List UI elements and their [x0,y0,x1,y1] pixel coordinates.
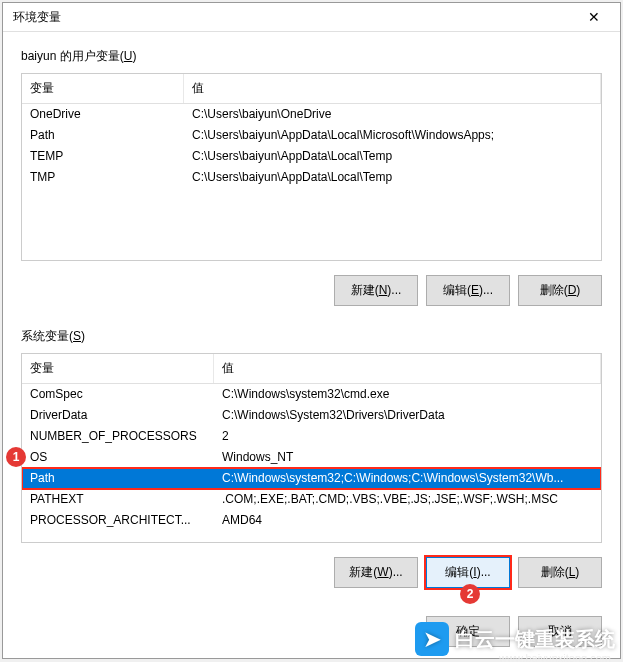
cell-variable: PROCESSOR_ARCHITECT... [22,510,214,531]
sys-delete-button[interactable]: 删除(L) [518,557,602,588]
col-variable[interactable]: 变量 [22,74,184,103]
cell-variable: TMP [22,167,184,188]
cell-value: C:\Windows\System32\Drivers\DriverData [214,405,601,426]
user-vars-list[interactable]: 变量 值 OneDriveC:\Users\baiyun\OneDrivePat… [21,73,602,261]
cell-variable: Path [22,125,184,146]
user-vars-label: baiyun 的用户变量(U) [21,48,602,65]
close-icon: ✕ [588,9,600,25]
cell-value: .COM;.EXE;.BAT;.CMD;.VBS;.VBE;.JS;.JSE;.… [214,489,601,510]
env-vars-dialog: 环境变量 ✕ baiyun 的用户变量(U) 变量 值 OneDriveC:\U… [2,2,621,659]
user-new-button[interactable]: 新建(N)... [334,275,418,306]
sys-vars-label: 系统变量(S) [21,328,602,345]
cell-value: C:\Windows\system32\cmd.exe [214,384,601,405]
ok-button[interactable]: 确定 [426,616,510,647]
annotation-2: 2 [460,584,480,604]
cell-variable: Path [22,468,214,489]
cell-value: C:\Users\baiyun\AppData\Local\Temp [184,146,601,167]
user-delete-button[interactable]: 删除(D) [518,275,602,306]
dialog-title: 环境变量 [13,9,61,26]
watermark-url: www.baiyunxitong.com [499,652,611,662]
cell-value: C:\Users\baiyun\OneDrive [184,104,601,125]
cell-value: AMD64 [214,510,601,531]
table-row[interactable]: PATHEXT.COM;.EXE;.BAT;.CMD;.VBS;.VBE;.JS… [22,489,601,510]
cell-variable: OS [22,447,214,468]
cell-variable: ComSpec [22,384,214,405]
table-row[interactable]: PathC:\Windows\system32;C:\Windows;C:\Wi… [22,468,601,489]
list-header: 变量 值 [22,74,601,104]
cancel-button[interactable]: 取消 [518,616,602,647]
cell-value: C:\Windows\system32;C:\Windows;C:\Window… [214,468,601,489]
table-row[interactable]: NUMBER_OF_PROCESSORS2 [22,426,601,447]
titlebar: 环境变量 ✕ [3,3,620,32]
list-header: 变量 值 [22,354,601,384]
cell-variable: DriverData [22,405,214,426]
cell-value: Windows_NT [214,447,601,468]
col-value[interactable]: 值 [214,354,601,383]
table-row[interactable]: TEMPC:\Users\baiyun\AppData\Local\Temp [22,146,601,167]
user-edit-button[interactable]: 编辑(E)... [426,275,510,306]
cell-variable: TEMP [22,146,184,167]
dialog-content: baiyun 的用户变量(U) 变量 值 OneDriveC:\Users\ba… [3,32,620,606]
cell-variable: PATHEXT [22,489,214,510]
table-row[interactable]: PROCESSOR_ARCHITECT...AMD64 [22,510,601,531]
sys-vars-list[interactable]: 变量 值 ComSpecC:\Windows\system32\cmd.exeD… [21,353,602,543]
col-value[interactable]: 值 [184,74,601,103]
cell-value: 2 [214,426,601,447]
table-row[interactable]: OneDriveC:\Users\baiyun\OneDrive [22,104,601,125]
cell-variable: NUMBER_OF_PROCESSORS [22,426,214,447]
table-row[interactable]: TMPC:\Users\baiyun\AppData\Local\Temp [22,167,601,188]
table-row[interactable]: PathC:\Users\baiyun\AppData\Local\Micros… [22,125,601,146]
table-row[interactable]: DriverDataC:\Windows\System32\Drivers\Dr… [22,405,601,426]
table-row[interactable]: ComSpecC:\Windows\system32\cmd.exe [22,384,601,405]
annotation-1: 1 [6,447,26,467]
cell-value: C:\Users\baiyun\AppData\Local\Temp [184,167,601,188]
sys-button-row: 新建(W)... 编辑(I)... 删除(L) [21,557,602,588]
user-button-row: 新建(N)... 编辑(E)... 删除(D) [21,275,602,306]
cell-variable: OneDrive [22,104,184,125]
table-row[interactable]: OSWindows_NT [22,447,601,468]
col-variable[interactable]: 变量 [22,354,214,383]
close-button[interactable]: ✕ [572,3,616,31]
sys-new-button[interactable]: 新建(W)... [334,557,418,588]
cell-value: C:\Users\baiyun\AppData\Local\Microsoft\… [184,125,601,146]
